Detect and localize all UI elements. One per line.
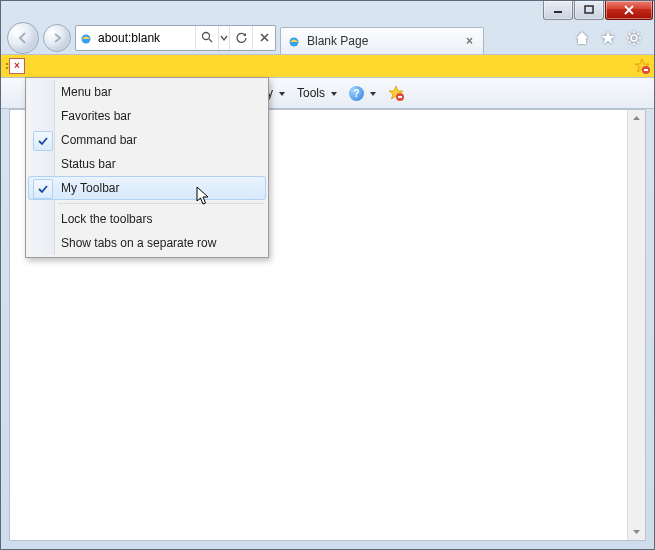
menu-item-label: Command bar — [61, 133, 137, 147]
check-icon — [33, 179, 53, 199]
navigation-bar: Blank Page × — [1, 21, 654, 54]
custom-toolbar: ∶∶ × — [1, 54, 654, 78]
toolbar-gripper-icon[interactable]: ∶∶ — [5, 59, 7, 73]
blocked-status-icon[interactable] — [384, 83, 408, 103]
browser-tab[interactable]: Blank Page × — [280, 27, 484, 54]
menu-item-tabs-separate-row[interactable]: Show tabs on a separate row — [28, 231, 266, 255]
menu-item-label: Menu bar — [61, 85, 112, 99]
menu-item-menu-bar[interactable]: Menu bar — [28, 80, 266, 104]
search-icon[interactable] — [195, 26, 218, 50]
svg-rect-1 — [585, 6, 593, 13]
svg-line-12 — [638, 41, 640, 43]
window-controls — [542, 1, 653, 20]
menu-item-label: Favorites bar — [61, 109, 131, 123]
menu-item-my-toolbar[interactable]: My Toolbar — [28, 176, 266, 200]
window-titlebar — [1, 1, 654, 21]
minimize-button[interactable] — [543, 1, 573, 20]
menu-item-status-bar[interactable]: Status bar — [28, 152, 266, 176]
help-icon: ? — [349, 86, 364, 101]
svg-line-14 — [638, 33, 640, 35]
back-button[interactable] — [7, 22, 39, 54]
toolbar-close-icon[interactable]: × — [9, 58, 25, 74]
svg-rect-0 — [554, 11, 562, 13]
ie-page-icon — [76, 31, 96, 45]
forward-button[interactable] — [43, 24, 71, 52]
svg-line-11 — [629, 33, 631, 35]
menu-item-label: Show tabs on a separate row — [61, 236, 216, 250]
scroll-down-arrow[interactable] — [628, 523, 645, 540]
tab-title: Blank Page — [307, 34, 456, 48]
tools-menu[interactable]: Tools — [293, 84, 341, 102]
menu-item-favorites-bar[interactable]: Favorites bar — [28, 104, 266, 128]
home-icon[interactable] — [574, 30, 590, 46]
svg-line-13 — [629, 41, 631, 43]
address-bar — [75, 25, 276, 51]
scroll-up-arrow[interactable] — [628, 110, 645, 127]
menu-item-command-bar[interactable]: Command bar — [28, 128, 266, 152]
close-button[interactable] — [605, 1, 653, 20]
menu-item-label: My Toolbar — [61, 181, 119, 195]
ie-page-icon — [287, 34, 301, 48]
menu-separator — [58, 203, 264, 204]
refresh-icon[interactable] — [229, 26, 252, 50]
help-menu[interactable]: ? — [345, 84, 380, 103]
svg-rect-16 — [644, 69, 648, 71]
svg-rect-18 — [398, 96, 402, 98]
favorites-star-icon[interactable] — [600, 30, 616, 46]
menu-item-label: Lock the toolbars — [61, 212, 152, 226]
svg-point-3 — [202, 33, 209, 40]
stop-icon[interactable] — [252, 26, 275, 50]
menu-item-lock-toolbars[interactable]: Lock the toolbars — [28, 207, 266, 231]
tools-gear-icon[interactable] — [626, 30, 642, 46]
address-input[interactable] — [96, 31, 195, 45]
frame-tools — [574, 30, 648, 46]
tools-menu-label: Tools — [297, 86, 325, 100]
maximize-button[interactable] — [574, 1, 604, 20]
tab-close-icon[interactable]: × — [462, 34, 477, 48]
toolbar-status-icon[interactable] — [634, 58, 650, 74]
browser-window: Blank Page × ∶∶ × y — [0, 0, 655, 550]
toolbar-context-menu: Menu bar Favorites bar Command bar Statu… — [25, 77, 269, 258]
svg-point-6 — [631, 35, 637, 41]
vertical-scrollbar[interactable] — [627, 110, 645, 540]
svg-line-4 — [209, 39, 212, 42]
menu-item-label: Status bar — [61, 157, 116, 171]
check-icon — [33, 131, 53, 151]
address-dropdown-icon[interactable] — [218, 26, 229, 50]
